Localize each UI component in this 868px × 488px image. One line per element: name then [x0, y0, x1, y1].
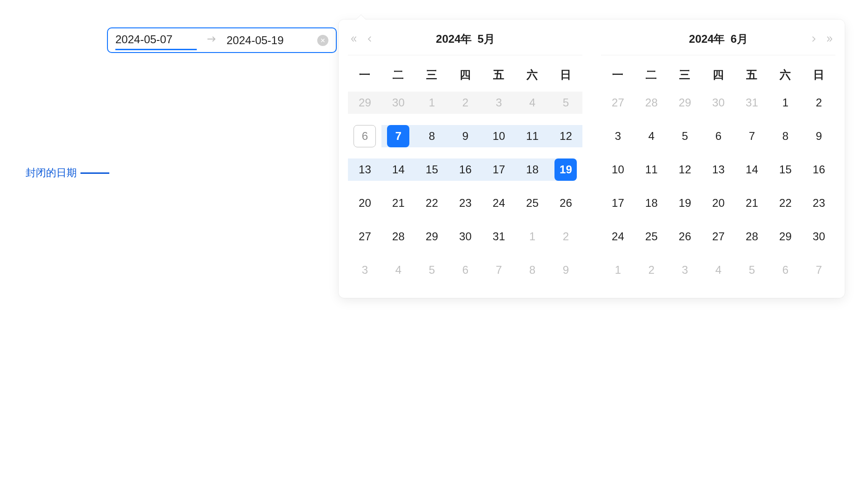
calendar-cell[interactable]: 30 [448, 220, 482, 253]
calendar-cell[interactable]: 29 [668, 86, 701, 119]
calendar-cell[interactable]: 3 [348, 253, 381, 287]
calendar-cell[interactable]: 28 [381, 220, 415, 253]
calendar-cell[interactable]: 25 [634, 220, 668, 253]
calendar-cell[interactable]: 30 [701, 86, 735, 119]
calendar-cell[interactable]: 19 [668, 186, 701, 220]
calendar-day-number: 31 [741, 92, 763, 114]
annotation-label: 封闭的日期 [26, 166, 77, 180]
calendar-cell[interactable]: 8 [415, 119, 448, 153]
calendar-cell[interactable]: 21 [735, 186, 768, 220]
calendar-cell[interactable]: 8 [768, 119, 802, 153]
calendar-cell[interactable]: 5 [735, 253, 768, 287]
calendar-day-number: 26 [554, 192, 577, 214]
calendar-cell[interactable]: 13 [701, 153, 735, 186]
calendar-cell[interactable]: 4 [701, 253, 735, 287]
calendar-day-number: 7 [808, 259, 830, 281]
calendar-cell[interactable]: 1 [515, 220, 549, 253]
calendar-cell[interactable]: 29 [768, 220, 802, 253]
calendar-cell[interactable]: 28 [634, 86, 668, 119]
calendar-cell[interactable]: 3 [601, 119, 634, 153]
calendar-cell[interactable]: 22 [768, 186, 802, 220]
calendar-cell[interactable]: 9 [448, 119, 482, 153]
calendar-cell[interactable]: 22 [415, 186, 448, 220]
calendar-cell[interactable]: 2 [549, 220, 582, 253]
calendar-cell[interactable]: 6 [768, 253, 802, 287]
calendar-cell[interactable]: 4 [381, 253, 415, 287]
calendar-cell[interactable]: 6 [348, 119, 381, 153]
next-month-button[interactable] [808, 33, 820, 45]
start-date-input[interactable] [115, 33, 197, 50]
calendar-month[interactable]: 5月 [477, 33, 494, 45]
calendar-cell[interactable]: 7 [381, 119, 415, 153]
calendar-cell[interactable]: 27 [348, 220, 381, 253]
calendar-cell[interactable]: 31 [735, 86, 768, 119]
calendar-day-number: 5 [421, 259, 443, 281]
calendar-cell[interactable]: 7 [482, 253, 515, 287]
calendar-cell[interactable]: 2 [802, 86, 835, 119]
calendar-day-number: 4 [521, 92, 543, 114]
calendar-cell[interactable]: 11 [634, 153, 668, 186]
calendar-cell[interactable]: 26 [668, 220, 701, 253]
calendar-cell[interactable]: 5 [415, 253, 448, 287]
calendar-cell[interactable]: 1 [768, 86, 802, 119]
calendar-cell[interactable]: 7 [802, 253, 835, 287]
calendar-cell[interactable]: 6 [448, 253, 482, 287]
calendar-cell[interactable]: 15 [415, 153, 448, 186]
calendar-cell[interactable]: 16 [802, 153, 835, 186]
calendar-cell[interactable]: 9 [549, 253, 582, 287]
calendar-title[interactable]: 2024年6月 [686, 32, 751, 46]
prev-year-button[interactable] [348, 33, 360, 45]
calendar-year[interactable]: 2024年 [689, 33, 725, 45]
calendar-year[interactable]: 2024年 [436, 33, 472, 45]
calendar-cell[interactable]: 16 [448, 153, 482, 186]
calendar-cell[interactable]: 3 [668, 253, 701, 287]
calendar-cell[interactable]: 27 [701, 220, 735, 253]
next-year-button[interactable] [823, 33, 835, 45]
calendar-cell[interactable]: 20 [348, 186, 381, 220]
calendar-cell[interactable]: 17 [482, 153, 515, 186]
calendar-cell[interactable]: 12 [668, 153, 701, 186]
calendar-cell[interactable]: 14 [381, 153, 415, 186]
prev-month-button[interactable] [364, 33, 376, 45]
calendar-panel-1: 2024年6月一二三四五六日27282930311234567891011121… [592, 20, 845, 298]
calendar-cell[interactable]: 21 [381, 186, 415, 220]
calendar-cell[interactable]: 19 [549, 153, 582, 186]
calendar-cell[interactable]: 9 [802, 119, 835, 153]
calendar-cell[interactable]: 18 [634, 186, 668, 220]
calendar-cell[interactable]: 8 [515, 253, 549, 287]
date-range-input[interactable] [107, 27, 337, 53]
calendar-cell[interactable]: 25 [515, 186, 549, 220]
calendar-cell[interactable]: 27 [601, 86, 634, 119]
calendar-cell[interactable]: 28 [735, 220, 768, 253]
calendar-day-number: 10 [487, 125, 510, 147]
calendar-cell[interactable]: 23 [802, 186, 835, 220]
calendar-cell[interactable]: 7 [735, 119, 768, 153]
calendar-cell[interactable]: 11 [515, 119, 549, 153]
calendar-cell[interactable]: 14 [735, 153, 768, 186]
calendar-cell[interactable]: 6 [701, 119, 735, 153]
calendar-cell[interactable]: 13 [348, 153, 381, 186]
calendar-title[interactable]: 2024年5月 [433, 32, 498, 46]
calendar-cell[interactable]: 26 [549, 186, 582, 220]
calendar-cell[interactable]: 31 [482, 220, 515, 253]
calendar-cell[interactable]: 18 [515, 153, 549, 186]
calendar-cell[interactable]: 23 [448, 186, 482, 220]
calendar-cell[interactable]: 24 [482, 186, 515, 220]
calendar-cell[interactable]: 5 [668, 119, 701, 153]
calendar-day-number: 1 [521, 225, 543, 248]
calendar-cell[interactable]: 10 [482, 119, 515, 153]
calendar-cell[interactable]: 1 [601, 253, 634, 287]
calendar-cell[interactable]: 30 [802, 220, 835, 253]
calendar-cell[interactable]: 4 [634, 119, 668, 153]
clear-icon[interactable] [317, 35, 328, 46]
calendar-month[interactable]: 6月 [730, 33, 748, 45]
calendar-cell[interactable]: 2 [634, 253, 668, 287]
calendar-cell[interactable]: 24 [601, 220, 634, 253]
calendar-cell[interactable]: 15 [768, 153, 802, 186]
calendar-cell[interactable]: 17 [601, 186, 634, 220]
calendar-cell[interactable]: 12 [549, 119, 582, 153]
end-date-input[interactable] [227, 34, 308, 47]
calendar-cell[interactable]: 29 [415, 220, 448, 253]
calendar-cell[interactable]: 10 [601, 153, 634, 186]
calendar-cell[interactable]: 20 [701, 186, 735, 220]
